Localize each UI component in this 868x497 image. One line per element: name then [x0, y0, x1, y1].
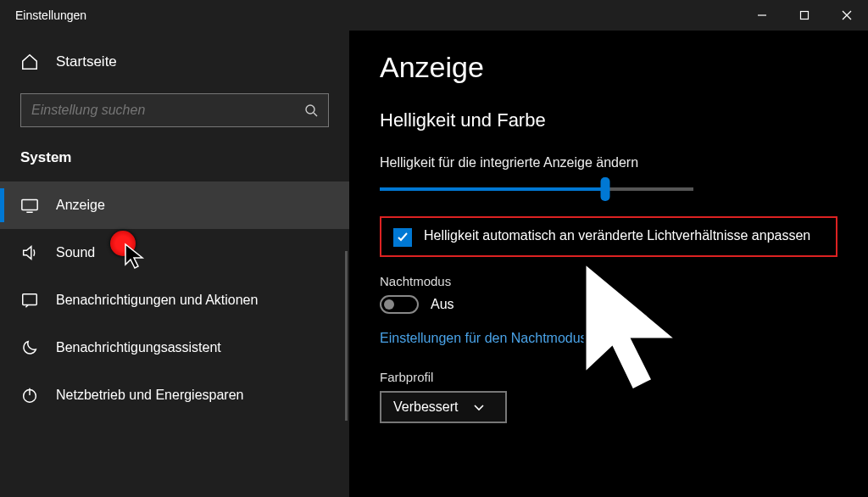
minimize-button[interactable] [741, 0, 783, 31]
section-title: Helligkeit und Farbe [380, 109, 837, 131]
brightness-label: Helligkeit für die integrierte Anzeige ä… [380, 155, 837, 170]
moon-icon [20, 338, 39, 357]
home-label: Startseite [56, 53, 117, 70]
search-input[interactable] [31, 103, 304, 118]
svg-rect-1 [801, 12, 809, 20]
window-title: Einstellungen [0, 8, 741, 22]
svg-line-5 [314, 113, 317, 116]
colorprofile-value: Verbessert [393, 399, 458, 415]
sidebar-item-display[interactable]: Anzeige [0, 181, 349, 229]
sidebar-item-focus-assist[interactable]: Benachrichtigungsassistent [0, 324, 349, 371]
slider-track-fg [380, 187, 605, 191]
sidebar-item-label: Benachrichtigungsassistent [56, 340, 221, 355]
colorprofile-label: Farbprofil [380, 370, 837, 384]
sidebar-item-label: Netzbetrieb und Energiesparen [56, 388, 243, 403]
home-icon [20, 53, 39, 71]
page-title: Anzeige [380, 51, 837, 84]
auto-brightness-checkbox[interactable] [393, 228, 412, 247]
sidebar-item-label: Sound [56, 245, 95, 260]
toggle-knob [384, 299, 394, 310]
slider-thumb[interactable] [601, 177, 610, 201]
search-icon [304, 103, 318, 117]
nightmode-label: Nachtmodus [380, 274, 837, 288]
colorprofile-dropdown[interactable]: Verbessert [380, 391, 507, 423]
chevron-down-icon [473, 401, 485, 413]
auto-brightness-label: Helligkeit automatisch an veränderte Lic… [424, 226, 810, 245]
nightmode-settings-link[interactable]: Einstellungen für den Nachtmodus [380, 331, 587, 346]
brightness-slider[interactable] [380, 181, 693, 198]
svg-rect-6 [22, 200, 37, 210]
sidebar-item-label: Benachrichtigungen und Aktionen [56, 293, 258, 308]
svg-point-4 [306, 105, 314, 114]
search-box[interactable] [20, 93, 329, 127]
title-bar: Einstellungen [0, 0, 868, 31]
sidebar-item-power[interactable]: Netzbetrieb und Energiesparen [0, 371, 349, 419]
nightmode-state: Aus [431, 297, 454, 312]
sidebar: Startseite System Anzeige Sound Be [0, 31, 349, 497]
annotation-red-dot [110, 231, 136, 256]
sidebar-scrollbar[interactable] [345, 251, 348, 421]
svg-rect-8 [23, 294, 37, 305]
maximize-button[interactable] [783, 0, 826, 31]
close-button[interactable] [826, 0, 868, 31]
notifications-icon [20, 291, 39, 310]
sound-icon [20, 243, 39, 262]
auto-brightness-row[interactable]: Helligkeit automatisch an veränderte Lic… [380, 216, 837, 257]
sidebar-item-label: Anzeige [56, 198, 105, 213]
main-pane: Anzeige Helligkeit und Farbe Helligkeit … [349, 31, 868, 497]
nightmode-toggle[interactable] [380, 295, 419, 314]
sidebar-item-sound[interactable]: Sound [0, 229, 349, 276]
nightmode-toggle-row: Aus [380, 295, 837, 314]
sidebar-item-notifications[interactable]: Benachrichtigungen und Aktionen [0, 276, 349, 324]
display-icon [20, 196, 39, 215]
sidebar-section-heading: System [0, 149, 349, 181]
home-button[interactable]: Startseite [0, 46, 349, 78]
power-icon [20, 386, 39, 405]
window-controls [741, 0, 868, 31]
